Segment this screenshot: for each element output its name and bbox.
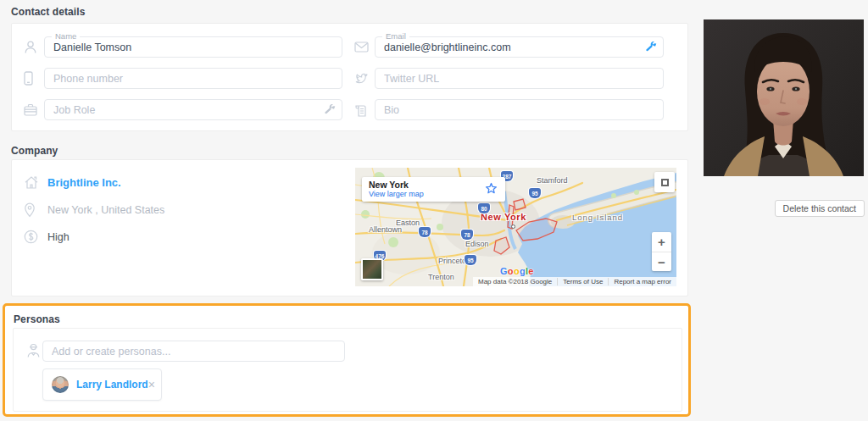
map-fullscreen-button[interactable] bbox=[654, 172, 675, 192]
map-info-card: New York View larger map bbox=[362, 177, 505, 202]
add-persona-input[interactable] bbox=[42, 341, 345, 362]
map-zoom-out-button[interactable]: − bbox=[652, 252, 671, 271]
fullscreen-icon bbox=[661, 179, 669, 186]
bio-field-row bbox=[354, 99, 676, 120]
company-location-text: New York , United States bbox=[47, 204, 164, 216]
interstate-shield-78b: 78 bbox=[461, 230, 473, 240]
personas-section-highlighted: Personas Larry Landlord × bbox=[3, 303, 691, 417]
job-role-field-row bbox=[24, 99, 354, 120]
company-revenue-text: High bbox=[47, 231, 70, 243]
remove-persona-icon[interactable]: × bbox=[148, 379, 155, 391]
mobile-phone-icon bbox=[24, 71, 44, 86]
map-city-marker bbox=[511, 224, 515, 229]
dollar-circle-icon bbox=[24, 230, 47, 244]
interstate-shield-80: 80 bbox=[478, 203, 490, 213]
view-larger-map-link[interactable]: View larger map bbox=[369, 190, 498, 199]
map-report-error-link[interactable]: Report a map error bbox=[608, 278, 676, 285]
map-save-star-icon[interactable] bbox=[485, 182, 498, 195]
location-pin-icon bbox=[24, 202, 47, 218]
name-field-row: Name bbox=[24, 36, 354, 58]
personas-card: Larry Landlord × bbox=[13, 328, 682, 412]
map-label-edison: Edison bbox=[465, 240, 489, 248]
map-label-trenton: Trenton bbox=[428, 273, 454, 281]
interstate-shield-95: 95 bbox=[529, 188, 541, 198]
email-field-row: Email bbox=[354, 36, 676, 58]
map-info-title: New York bbox=[369, 180, 498, 190]
user-icon bbox=[24, 40, 44, 54]
company-card: Brightline Inc. New York , United States… bbox=[11, 159, 688, 296]
name-input[interactable] bbox=[44, 36, 342, 58]
map-label-new-york: New York bbox=[481, 212, 526, 222]
twitter-field-row bbox=[354, 68, 676, 89]
map-terms-link[interactable]: Terms of Use bbox=[557, 278, 608, 285]
house-icon bbox=[24, 175, 47, 190]
map-label-long-island: Long Island bbox=[572, 213, 623, 222]
envelope-icon bbox=[354, 42, 375, 53]
phone-input[interactable] bbox=[44, 68, 342, 89]
map-attribution-text: Map data ©2018 Google bbox=[473, 278, 557, 285]
map-zoom-in-button[interactable]: + bbox=[652, 232, 671, 252]
scroll-icon bbox=[354, 103, 375, 117]
map-satellite-thumbnail[interactable] bbox=[361, 258, 383, 280]
google-logo: Google bbox=[500, 266, 534, 276]
company-title: Company bbox=[11, 145, 58, 157]
twitter-input[interactable] bbox=[375, 68, 664, 89]
delete-contact-button[interactable]: Delete this contact bbox=[775, 200, 865, 217]
interstate-shield-95b: 95 bbox=[465, 255, 476, 265]
briefcase-icon bbox=[24, 103, 44, 116]
persona-name-link[interactable]: Larry Landlord bbox=[76, 379, 148, 391]
company-name-link[interactable]: Brightline Inc. bbox=[47, 176, 121, 189]
bio-input[interactable] bbox=[375, 99, 664, 120]
google-map-embed[interactable]: Stamford Allentown Easton Edison Princet… bbox=[355, 168, 676, 286]
persona-avatar bbox=[52, 376, 69, 393]
personas-title: Personas bbox=[14, 313, 60, 325]
email-field-label: Email bbox=[382, 31, 409, 41]
persona-icon bbox=[26, 343, 41, 358]
name-field-label: Name bbox=[52, 31, 80, 41]
twitter-icon bbox=[354, 73, 375, 85]
map-label-easton: Easton bbox=[396, 219, 420, 227]
email-wrench-icon[interactable] bbox=[646, 42, 657, 53]
contact-details-title: Contact details bbox=[11, 6, 86, 18]
contact-photo bbox=[704, 19, 864, 176]
map-label-stamford: Stamford bbox=[537, 176, 568, 185]
persona-chip[interactable]: Larry Landlord × bbox=[42, 368, 162, 401]
job-role-input[interactable] bbox=[44, 99, 342, 120]
interstate-shield-78: 78 bbox=[419, 227, 431, 237]
contact-details-card: Name Email bbox=[11, 23, 688, 131]
job-role-wrench-icon[interactable] bbox=[325, 104, 336, 115]
email-input[interactable] bbox=[375, 36, 664, 58]
phone-field-row bbox=[24, 68, 354, 89]
map-attribution-bar: Map data ©2018 Google Terms of Use Repor… bbox=[473, 277, 676, 286]
map-zoom-controls: + − bbox=[652, 232, 671, 271]
